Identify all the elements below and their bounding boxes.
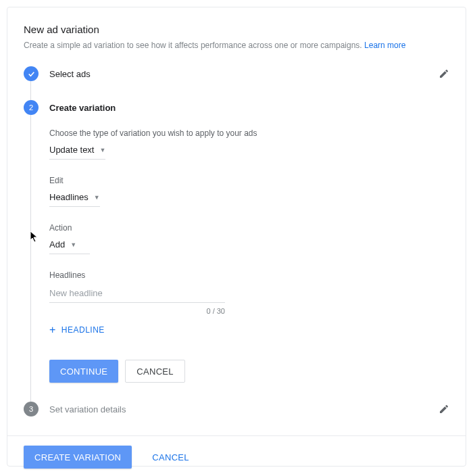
add-headline-label: HEADLINE [61, 325, 105, 335]
edit-label: Edit [49, 176, 449, 185]
plus-icon: + [49, 325, 56, 335]
step-badge-active: 2 [24, 100, 39, 115]
step-header: Set variation details [49, 402, 449, 416]
step-variation-details: 3 Set variation details [24, 402, 449, 435]
step-content: Create variation Choose the type of vari… [39, 100, 449, 402]
add-headline-button[interactable]: + HEADLINE [49, 325, 105, 335]
chevron-down-icon: ▼ [70, 241, 76, 248]
step-content: Select ads [39, 66, 449, 100]
step-badge-inactive: 3 [24, 402, 39, 416]
headline-input[interactable] [49, 284, 225, 303]
headlines-label: Headlines [49, 270, 449, 280]
ad-variation-card: New ad variation Create a simple ad vari… [7, 7, 466, 467]
variation-instruction: Choose the type of variation you wish to… [49, 128, 449, 138]
step-content: Set variation details [39, 402, 449, 435]
variation-type-dropdown[interactable]: Update text ▼ [49, 142, 105, 160]
cancel-step-button[interactable]: CANCEL [125, 360, 185, 383]
learn-more-link[interactable]: Learn more [364, 41, 405, 50]
step-title: Select ads [49, 69, 91, 79]
subtitle-text: Create a simple ad variation to see how … [24, 41, 364, 50]
step-title: Create variation [49, 103, 116, 113]
step-body: Choose the type of variation you wish to… [49, 115, 449, 383]
step-header: Create variation [49, 100, 449, 115]
step-buttons: CONTINUE CANCEL [49, 360, 449, 383]
continue-button[interactable]: CONTINUE [49, 360, 118, 383]
step-badge-done [24, 66, 39, 81]
footer: CREATE VARIATION CANCEL [7, 435, 466, 476]
step-create-variation: 2 Create variation Choose the type of va… [24, 100, 449, 402]
dropdown-value: Update text [49, 145, 95, 155]
step-select-ads: Select ads [24, 66, 449, 100]
pencil-icon[interactable] [439, 404, 449, 414]
action-dropdown[interactable]: Add ▼ [49, 237, 90, 254]
action-label: Action [49, 223, 449, 233]
page-subtitle: Create a simple ad variation to see how … [24, 41, 449, 50]
step-connector [30, 81, 31, 101]
page-title: New ad variation [24, 24, 449, 35]
edit-dropdown[interactable]: Headlines ▼ [49, 189, 100, 207]
create-variation-button[interactable]: CREATE VARIATION [24, 446, 132, 469]
check-icon [27, 70, 36, 78]
chevron-down-icon: ▼ [94, 194, 100, 201]
pencil-icon[interactable] [439, 68, 449, 79]
step-header: Select ads [49, 66, 449, 81]
step-connector [30, 115, 31, 403]
dropdown-value: Add [49, 239, 65, 249]
stepper: Select ads 2 Create variation Choose the… [24, 66, 449, 435]
cancel-footer-button[interactable]: CANCEL [141, 446, 200, 469]
dropdown-value: Headlines [49, 192, 89, 202]
chevron-down-icon: ▼ [100, 147, 106, 153]
step-title: Set variation details [49, 404, 126, 414]
char-count: 0 / 30 [49, 307, 225, 315]
